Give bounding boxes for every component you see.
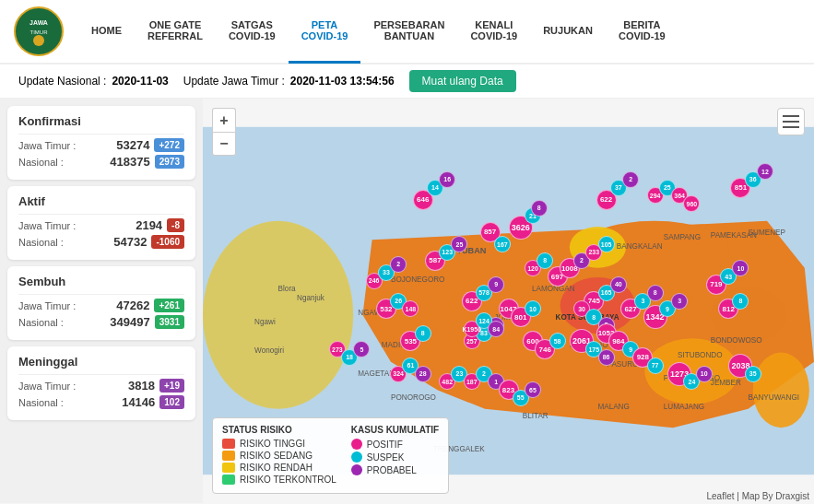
stat-badge: +19 <box>159 379 184 393</box>
update-bar: Update Nasional : 2020-11-03 Update Jawa… <box>0 64 814 99</box>
svg-text:BANYUWANGI: BANYUWANGI <box>749 393 799 402</box>
layer-button[interactable] <box>777 108 805 135</box>
nav-item[interactable]: BERITA COVID-19 <box>606 0 678 64</box>
legend-item: RISIKO RENDAH <box>222 463 336 473</box>
map-marker[interactable]: 40 <box>610 276 627 293</box>
nav-item[interactable]: SATGAS COVID-19 <box>216 0 289 64</box>
svg-text:Nganjuk: Nganjuk <box>297 295 325 303</box>
svg-text:LUMAJANG: LUMAJANG <box>664 403 704 411</box>
nav-item[interactable]: PETA COVID-19 <box>289 0 361 64</box>
map-marker[interactable]: 8 <box>647 285 664 301</box>
legend: STATUS RISIKO RISIKO TINGGIRISIKO SEDANG… <box>212 417 449 494</box>
stat-label: Jawa Timur : <box>18 220 76 231</box>
stat-value: 14146 <box>122 395 155 409</box>
reload-button[interactable]: Muat ulang Data <box>409 70 516 92</box>
map-marker[interactable]: 16 <box>439 171 455 188</box>
header: JAWA TIMUR HOMEONE GATE REFERRALSATGAS C… <box>0 0 814 64</box>
svg-text:MALANG: MALANG <box>597 403 629 411</box>
map-marker[interactable]: 10 <box>732 260 749 276</box>
stat-badge: +272 <box>154 138 184 152</box>
stat-badge: +261 <box>154 299 184 312</box>
stat-label: Nasional : <box>18 157 64 168</box>
svg-rect-43 <box>783 126 799 128</box>
main-content: KonfirmasiJawa Timur :53274+272Nasional … <box>0 99 814 503</box>
map-marker[interactable]: 8 <box>531 200 548 217</box>
jatim-datetime: 2020-11-03 13:54:56 <box>290 75 395 88</box>
svg-point-9 <box>753 353 809 428</box>
nav-item[interactable]: KENALI COVID-19 <box>457 0 530 64</box>
map-marker[interactable]: 8 <box>732 293 749 310</box>
map-marker[interactable]: 960 <box>683 195 700 212</box>
stat-badge: 3931 <box>155 315 184 329</box>
stat-card-title: Meninggal <box>18 355 184 369</box>
kumulatif-legend-items: POSITIFSUSPEKPROBABEL <box>351 439 439 475</box>
zoom-out-button[interactable]: − <box>212 132 236 156</box>
svg-text:TIMUR: TIMUR <box>30 29 49 35</box>
map-area[interactable]: TUBAN BOJONEGORO NGAWI MADIUN MAGETAN PO… <box>203 99 814 503</box>
legend-item: SUSPEK <box>351 451 439 463</box>
stat-value: 3818 <box>128 379 155 393</box>
map-marker[interactable]: 28 <box>415 366 431 382</box>
stat-card: KonfirmasiJawa Timur :53274+272Nasional … <box>7 106 195 180</box>
stat-label: Jawa Timur : <box>18 300 76 311</box>
svg-text:PONOROGO: PONOROGO <box>391 393 436 402</box>
svg-text:SUMENEP: SUMENEP <box>749 229 786 237</box>
kumulatif-legend-title: KASUS KUMULATIF <box>351 425 439 435</box>
stat-badge: 102 <box>159 395 184 409</box>
map-marker[interactable]: 84 <box>488 321 504 337</box>
map-marker[interactable]: 10 <box>696 366 713 382</box>
legend-item: RISIKO TERKONTROL <box>222 475 336 485</box>
stat-row: Jawa Timur :2194-8 <box>18 218 184 232</box>
nav-item[interactable]: ONE GATE REFERRAL <box>135 0 216 64</box>
stat-row: Nasional :4183752973 <box>18 155 184 169</box>
map-marker[interactable]: 9 <box>488 276 504 293</box>
map-marker[interactable]: 77 <box>647 357 664 374</box>
sidebar: KonfirmasiJawa Timur :53274+272Nasional … <box>0 99 203 503</box>
nav-item[interactable]: PERSEBARAN BANTUAN <box>360 0 457 64</box>
stat-value: 418375 <box>110 155 149 169</box>
stat-card-title: Aktif <box>18 194 184 208</box>
map-marker[interactable]: 167 <box>494 236 511 252</box>
zoom-controls: + − <box>212 108 236 156</box>
stat-card-title: Konfirmasi <box>18 114 184 128</box>
map-marker[interactable]: 35 <box>745 366 761 382</box>
stat-row: Jawa Timur :47262+261 <box>18 299 184 312</box>
svg-text:BANGKALAN: BANGKALAN <box>617 242 663 251</box>
status-legend: STATUS RISIKO RISIKO TINGGIRISIKO SEDANG… <box>222 425 336 486</box>
map-marker[interactable]: 148 <box>402 300 419 317</box>
stat-badge: -1060 <box>151 235 184 249</box>
nasional-label: Update Nasional : <box>18 75 106 88</box>
map-marker[interactable]: 12 <box>757 163 773 180</box>
map-marker[interactable]: 3 <box>671 293 688 310</box>
stat-label: Jawa Timur : <box>18 381 76 392</box>
nasional-date: 2020-11-03 <box>112 75 168 88</box>
map-marker[interactable]: 2 <box>622 171 639 188</box>
map-marker[interactable]: 8 <box>537 252 553 269</box>
stat-row: Jawa Timur :3818+19 <box>18 379 184 393</box>
status-legend-title: STATUS RISIKO <box>222 425 336 435</box>
nav-item[interactable]: RUJUKAN <box>530 0 606 64</box>
stat-row: Nasional :3494973931 <box>18 315 184 329</box>
map-marker[interactable]: 5 <box>353 341 370 357</box>
svg-text:BONDOWOSO: BONDOWOSO <box>711 336 762 345</box>
map-marker[interactable]: 58 <box>549 333 566 349</box>
stat-label: Nasional : <box>18 317 64 328</box>
svg-text:SAMPANG: SAMPANG <box>664 233 701 241</box>
map-marker[interactable]: 8 <box>415 325 431 342</box>
kumulatif-legend: KASUS KUMULATIF POSITIFSUSPEKPROBABEL <box>351 425 439 486</box>
legend-item: POSITIF <box>351 439 439 450</box>
map-marker[interactable]: 25 <box>451 236 467 252</box>
stat-badge: 2973 <box>155 155 184 169</box>
map-marker[interactable]: 105 <box>598 236 615 252</box>
stat-value: 47262 <box>116 299 149 312</box>
stat-value: 2194 <box>136 218 162 232</box>
nav-item[interactable]: HOME <box>78 0 135 64</box>
map-marker[interactable]: 86 <box>598 349 615 366</box>
map-marker[interactable]: 10 <box>525 300 541 317</box>
zoom-in-button[interactable]: + <box>212 108 236 132</box>
map-marker[interactable]: 2 <box>390 256 407 273</box>
stat-row: Nasional :14146102 <box>18 395 184 409</box>
stat-card: AktifJawa Timur :2194-8Nasional :54732-1… <box>7 186 195 260</box>
status-legend-items: RISIKO TINGGIRISIKO SEDANGRISIKO RENDAHR… <box>222 439 336 485</box>
map-marker[interactable]: 65 <box>525 381 541 398</box>
